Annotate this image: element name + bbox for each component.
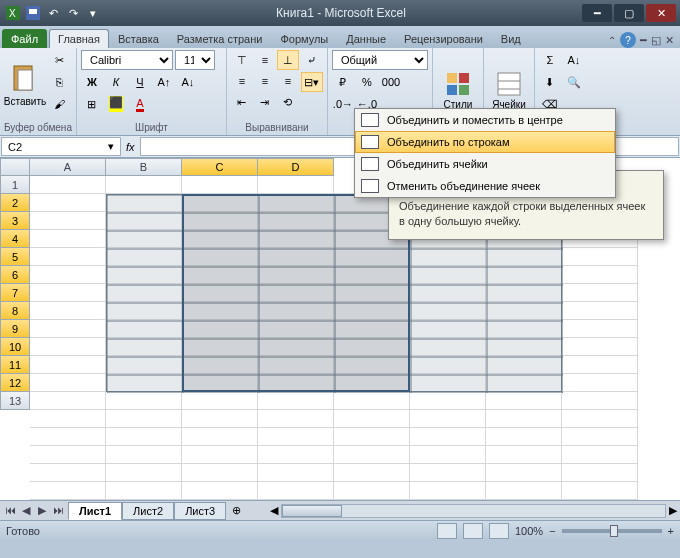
borders-icon[interactable]: ⊞: [81, 94, 103, 114]
shrink-font-icon[interactable]: A↓: [177, 72, 199, 92]
sheet-prev-icon[interactable]: ◀: [18, 504, 34, 517]
row-header[interactable]: 12: [0, 374, 30, 392]
qat-dropdown-icon[interactable]: ▾: [84, 4, 102, 22]
row-header[interactable]: 3: [0, 212, 30, 230]
align-right-icon[interactable]: ≡: [277, 71, 299, 91]
tab-view[interactable]: Вид: [492, 29, 530, 48]
scroll-thumb[interactable]: [282, 505, 342, 517]
tab-review[interactable]: Рецензировани: [395, 29, 492, 48]
fx-icon[interactable]: fx: [122, 136, 139, 157]
col-header-d[interactable]: D: [258, 158, 334, 176]
merge-center-icon: [361, 113, 379, 127]
underline-icon[interactable]: Ч: [129, 72, 151, 92]
tab-page-layout[interactable]: Разметка страни: [168, 29, 272, 48]
col-header-b[interactable]: B: [106, 158, 182, 176]
zoom-in-icon[interactable]: +: [668, 525, 674, 537]
close-button[interactable]: ✕: [646, 4, 676, 22]
font-name-select[interactable]: Calibri: [81, 50, 173, 70]
fill-icon[interactable]: ⬇: [539, 72, 561, 92]
merge-cells-button[interactable]: ⊟▾: [301, 72, 323, 92]
paste-button[interactable]: Вставить: [4, 50, 46, 120]
view-pagebreak-icon[interactable]: [489, 523, 509, 539]
row-header[interactable]: 10: [0, 338, 30, 356]
zoom-slider[interactable]: [562, 529, 662, 533]
bold-icon[interactable]: Ж: [81, 72, 103, 92]
sort-filter-icon[interactable]: A↓: [563, 50, 585, 70]
indent-decrease-icon[interactable]: ⇤: [231, 92, 253, 112]
grow-font-icon[interactable]: A↑: [153, 72, 175, 92]
window-close-icon[interactable]: ✕: [665, 34, 674, 47]
redo-icon[interactable]: ↷: [64, 4, 82, 22]
align-bottom-icon[interactable]: ⊥: [277, 50, 299, 70]
font-size-select[interactable]: 11: [175, 50, 215, 70]
sheet-tab-1[interactable]: Лист1: [68, 502, 122, 520]
sheet-first-icon[interactable]: ⏮: [2, 504, 18, 517]
sheet-next-icon[interactable]: ▶: [34, 504, 50, 517]
align-center-icon[interactable]: ≡: [254, 71, 276, 91]
align-left-icon[interactable]: ≡: [231, 71, 253, 91]
orientation-icon[interactable]: ⟲: [277, 92, 299, 112]
merge-cells-icon: [361, 157, 379, 171]
name-box[interactable]: C2▾: [1, 137, 121, 156]
find-icon[interactable]: 🔍: [563, 72, 585, 92]
fill-color-icon[interactable]: ⬛: [105, 94, 127, 114]
sheet-tab-3[interactable]: Лист3: [174, 502, 226, 520]
copy-icon[interactable]: ⎘: [48, 72, 70, 92]
cut-icon[interactable]: ✂: [48, 50, 70, 70]
horizontal-scrollbar[interactable]: ◀ ▶: [267, 504, 680, 518]
tab-home[interactable]: Главная: [49, 29, 109, 48]
increase-decimal-icon[interactable]: .0→: [332, 94, 354, 114]
excel-icon[interactable]: X: [4, 4, 22, 22]
row-header[interactable]: 11: [0, 356, 30, 374]
percent-icon[interactable]: %: [356, 72, 378, 92]
col-header-a[interactable]: A: [30, 158, 106, 176]
row-header[interactable]: 1: [0, 176, 30, 194]
font-color-icon[interactable]: A: [129, 94, 151, 114]
tab-formulas[interactable]: Формулы: [271, 29, 337, 48]
row-header[interactable]: 8: [0, 302, 30, 320]
wrap-text-icon[interactable]: ⤶: [301, 50, 323, 70]
undo-icon[interactable]: ↶: [44, 4, 62, 22]
window-restore-icon[interactable]: ◱: [651, 34, 661, 47]
merge-center-item[interactable]: Объединить и поместить в центре: [355, 109, 615, 131]
row-header[interactable]: 7: [0, 284, 30, 302]
row-header[interactable]: 9: [0, 320, 30, 338]
row-header[interactable]: 4: [0, 230, 30, 248]
view-normal-icon[interactable]: [437, 523, 457, 539]
save-icon[interactable]: [24, 4, 42, 22]
sheet-tab-2[interactable]: Лист2: [122, 502, 174, 520]
merge-across-item[interactable]: Объединить по строкам: [355, 131, 615, 153]
view-layout-icon[interactable]: [463, 523, 483, 539]
unmerge-item[interactable]: Отменить объединение ячеек: [355, 175, 615, 197]
alignment-label: Выравнивани: [231, 120, 323, 135]
italic-icon[interactable]: К: [105, 72, 127, 92]
sheet-last-icon[interactable]: ⏭: [50, 504, 66, 517]
col-header-c[interactable]: C: [182, 158, 258, 176]
align-middle-icon[interactable]: ≡: [254, 50, 276, 70]
select-all-corner[interactable]: [0, 158, 30, 176]
tab-file[interactable]: Файл: [2, 29, 47, 48]
align-top-icon[interactable]: ⊤: [231, 50, 253, 70]
merge-cells-item[interactable]: Объединить ячейки: [355, 153, 615, 175]
row-header[interactable]: 2: [0, 194, 30, 212]
help-icon[interactable]: ?: [620, 32, 636, 48]
tab-data[interactable]: Данные: [337, 29, 395, 48]
zoom-out-icon[interactable]: −: [549, 525, 555, 537]
comma-icon[interactable]: 000: [380, 72, 402, 92]
window-min-icon[interactable]: ━: [640, 34, 647, 47]
number-format-select[interactable]: Общий: [332, 50, 428, 70]
minimize-button[interactable]: ━: [582, 4, 612, 22]
selection-extend: [106, 194, 182, 392]
currency-icon[interactable]: ₽: [332, 72, 354, 92]
new-sheet-icon[interactable]: ⊕: [226, 504, 247, 517]
tab-insert[interactable]: Вставка: [109, 29, 168, 48]
minimize-ribbon-icon[interactable]: ⌃: [608, 35, 616, 46]
format-painter-icon[interactable]: 🖌: [48, 94, 70, 114]
maximize-button[interactable]: ▢: [614, 4, 644, 22]
row-header[interactable]: 6: [0, 266, 30, 284]
indent-increase-icon[interactable]: ⇥: [254, 92, 276, 112]
autosum-icon[interactable]: Σ: [539, 50, 561, 70]
row-header[interactable]: 13: [0, 392, 30, 410]
row-header[interactable]: 5: [0, 248, 30, 266]
zoom-thumb[interactable]: [610, 525, 618, 537]
